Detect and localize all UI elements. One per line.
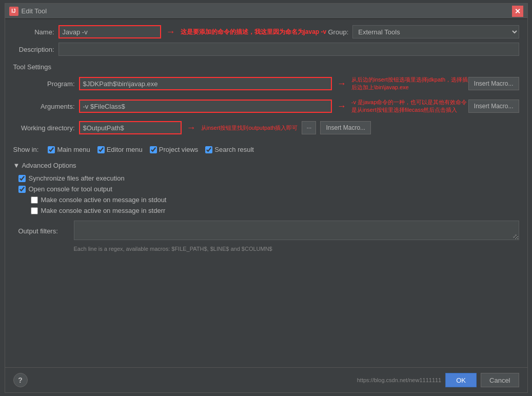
arguments-label: Arguments: — [13, 103, 75, 110]
working-directory-label: Working directory: — [13, 124, 75, 132]
advanced-options-label: Advanced Options — [22, 162, 76, 169]
app-icon-text: IJ — [11, 8, 15, 14]
show-search-result-item[interactable]: Search result — [205, 146, 254, 153]
show-search-result-checkbox[interactable] — [205, 146, 212, 153]
program-input[interactable] — [79, 77, 332, 90]
show-editor-menu-label[interactable]: Editor menu — [107, 146, 143, 153]
output-filters-hint: Each line is a regex, available macros: … — [74, 246, 519, 252]
name-arrow-icon: → — [166, 27, 175, 37]
edit-tool-dialog: IJ Edit Tool ✕ Name: → 这是要添加的命令的描述，我这里因为… — [5, 3, 528, 393]
title-bar: IJ Edit Tool ✕ — [5, 4, 527, 19]
working-directory-ellipsis-button[interactable]: ··· — [302, 121, 316, 134]
output-filters-wrap: ⤢ — [74, 221, 519, 242]
advanced-options-header[interactable]: ▼ Advanced Options — [13, 162, 519, 169]
show-editor-menu-checkbox[interactable] — [97, 146, 105, 153]
watermark-text: https://blog.csdn.net/new1111111 — [357, 377, 442, 383]
name-label: Name: — [13, 28, 54, 36]
show-in-label: Show in: — [13, 146, 39, 153]
make-active-stderr-row[interactable]: Make console active on message in stderr — [18, 207, 519, 214]
dialog-title: Edit Tool — [22, 7, 47, 15]
open-console-row[interactable]: Open console for tool output — [18, 185, 519, 193]
working-dir-annotation: 从insert按钮里找到outputpath插入即可 — [201, 124, 298, 132]
output-filters-label: Output filters: — [18, 227, 70, 235]
description-label: Description: — [13, 46, 54, 53]
show-editor-menu-item[interactable]: Editor menu — [97, 146, 143, 153]
advanced-options-content: Synchronize files after execution Open c… — [13, 174, 519, 252]
arguments-arrow-icon: → — [337, 101, 346, 112]
working-directory-insert-macro-button[interactable]: Insert Macro... — [320, 121, 371, 134]
show-main-menu-label[interactable]: Main menu — [57, 146, 90, 153]
cancel-button[interactable]: Cancel — [481, 373, 519, 387]
make-active-stderr-checkbox[interactable] — [31, 207, 38, 214]
working-directory-input[interactable] — [79, 121, 182, 134]
make-active-stdout-label[interactable]: Make console active on message in stdout — [41, 196, 167, 204]
arguments-row: Arguments: → -v 是javap命令的一种，也可以是其他有效命令，f… — [13, 98, 519, 114]
arguments-insert-macro-button[interactable]: Insert Macro... — [468, 100, 519, 113]
name-row: Name: → 这是要添加的命令的描述，我这里因为命名为javap -v Gro… — [13, 25, 519, 38]
description-row: Description: — [13, 43, 519, 56]
show-search-result-label[interactable]: Search result — [214, 146, 254, 153]
program-insert-macro-button[interactable]: Insert Macro... — [468, 77, 519, 90]
make-active-stdout-checkbox[interactable] — [31, 196, 38, 204]
show-main-menu-item[interactable]: Main menu — [48, 146, 90, 153]
group-select[interactable]: External Tools — [352, 25, 519, 38]
sync-files-checkbox[interactable] — [18, 175, 26, 182]
make-active-stdout-row[interactable]: Make console active on message in stdout — [18, 196, 519, 204]
program-label: Program: — [13, 80, 75, 88]
output-filters-input[interactable] — [74, 221, 519, 240]
name-annotation: 这是要添加的命令的描述，我这里因为命名为javap -v — [181, 28, 324, 36]
ok-button[interactable]: OK — [445, 373, 477, 387]
arguments-annotation: -v 是javap命令的一种，也可以是其他有效命令，fileclass也是从in… — [351, 98, 464, 114]
ok-cancel-buttons: https://blog.csdn.net/new1111111 OK Canc… — [357, 373, 519, 387]
open-console-label[interactable]: Open console for tool output — [29, 185, 112, 193]
show-project-views-label[interactable]: Project views — [159, 146, 199, 153]
show-project-views-checkbox[interactable] — [150, 146, 157, 153]
show-project-views-item[interactable]: Project views — [150, 146, 199, 153]
advanced-collapse-icon: ▼ — [13, 162, 20, 169]
expand-icon: ⤢ — [513, 233, 517, 240]
name-input[interactable] — [58, 25, 161, 38]
open-console-checkbox[interactable] — [18, 186, 26, 193]
program-row: Program: → 从后边的insert按钮选项里选择jdkpath，选择插入… — [13, 76, 519, 91]
tool-settings-title: Tool Settings — [13, 63, 519, 71]
working-directory-row: Working directory: → 从insert按钮里找到outputp… — [13, 121, 519, 134]
output-filters-row: Output filters: ⤢ — [18, 221, 519, 242]
sync-files-row[interactable]: Synchronize files after execution — [18, 174, 519, 182]
make-active-stderr-label[interactable]: Make console active on message in stderr — [41, 207, 166, 214]
group-label: Group: — [328, 28, 349, 36]
working-dir-arrow-icon: → — [187, 123, 196, 133]
description-input[interactable] — [58, 43, 519, 56]
sync-files-label[interactable]: Synchronize files after execution — [29, 174, 125, 182]
show-in-row: Show in: Main menu Editor menu Project v… — [13, 146, 519, 153]
program-annotation: 从后边的insert按钮选项里选择jdkpath，选择插入，在后边加上\bin\… — [351, 76, 464, 91]
help-button[interactable]: ? — [13, 373, 28, 387]
title-bar-left: IJ Edit Tool — [9, 7, 47, 16]
app-icon: IJ — [9, 7, 18, 16]
dialog-content: Name: → 这是要添加的命令的描述，我这里因为命名为javap -v Gro… — [5, 19, 527, 367]
arguments-input[interactable] — [79, 100, 332, 113]
close-button[interactable]: ✕ — [512, 6, 523, 17]
bottom-buttons: ? https://blog.csdn.net/new1111111 OK Ca… — [5, 367, 527, 392]
program-arrow-icon: → — [337, 78, 346, 89]
show-main-menu-checkbox[interactable] — [48, 146, 55, 153]
